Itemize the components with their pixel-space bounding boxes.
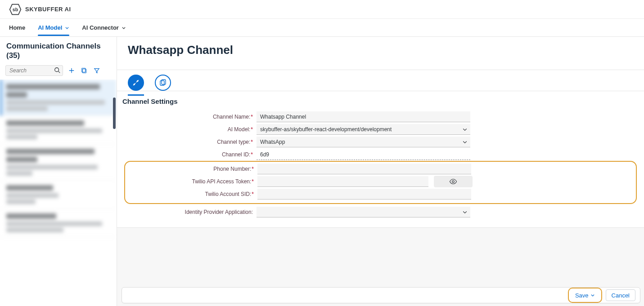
- row-ai-model: AI Model:*: [128, 123, 633, 136]
- cancel-button-label: Cancel: [612, 292, 630, 299]
- label-twilio-sid: Twilio Account SID:*: [129, 191, 255, 197]
- row-idp-app: Identity Provider Application:: [128, 206, 633, 218]
- nav-home[interactable]: Home: [9, 24, 25, 31]
- search-input-wrap: [5, 65, 63, 76]
- select-channel-type[interactable]: [257, 137, 470, 147]
- main-layout: Communication Channels (35): [0, 37, 644, 306]
- tab-secondary[interactable]: [155, 75, 171, 91]
- svg-line-3: [59, 71, 60, 73]
- row-channel-id: Channel ID:*: [128, 148, 633, 161]
- label-channel-id: Channel ID:*: [128, 151, 254, 158]
- svg-rect-7: [162, 80, 166, 84]
- chevron-down-icon: [122, 26, 126, 30]
- row-channel-type: Channel type:*: [128, 136, 633, 148]
- svg-point-8: [452, 181, 455, 183]
- sidebar: Communication Channels (35): [0, 37, 117, 306]
- input-twilio-sid[interactable]: [257, 189, 471, 200]
- highlight-twilio-fields: Phone Number:* Twilio API Access Token:*…: [124, 161, 637, 204]
- copy-button[interactable]: [80, 67, 88, 75]
- top-nav: Home AI Model AI Connector: [0, 19, 644, 37]
- label-ai-model: AI Model:*: [128, 126, 254, 133]
- nav-ai-connector-label: AI Connector: [82, 24, 119, 31]
- label-phone-number: Phone Number:*: [129, 166, 255, 172]
- filter-button[interactable]: [93, 67, 101, 75]
- brand-logo-icon: sb: [9, 3, 22, 16]
- input-twilio-token[interactable]: [257, 176, 428, 187]
- save-button[interactable]: Save: [570, 289, 600, 301]
- list-item[interactable]: [0, 116, 117, 144]
- chevron-down-icon: [590, 293, 595, 297]
- nav-ai-model[interactable]: AI Model: [38, 24, 69, 31]
- list-item[interactable]: [0, 144, 117, 181]
- select-idp-app[interactable]: [257, 207, 470, 217]
- label-channel-name: Channel Name:*: [128, 114, 254, 120]
- input-channel-id[interactable]: [257, 149, 470, 160]
- svg-rect-6: [160, 81, 164, 86]
- label-channel-type: Channel type:*: [128, 139, 254, 145]
- nav-home-label: Home: [9, 24, 25, 31]
- svg-text:sb: sb: [13, 6, 18, 12]
- label-idp-app: Identity Provider Application:: [128, 209, 254, 215]
- nav-ai-connector[interactable]: AI Connector: [82, 24, 126, 31]
- row-twilio-token: Twilio API Access Token:*: [129, 175, 632, 188]
- brand-name: SKYBUFFER AI: [25, 6, 71, 13]
- brand: sb SKYBUFFER AI: [9, 3, 71, 16]
- nav-ai-model-label: AI Model: [38, 24, 62, 31]
- select-ai-model[interactable]: [257, 124, 470, 135]
- eye-icon: [449, 177, 457, 186]
- cancel-button[interactable]: Cancel: [606, 289, 635, 301]
- tab-settings[interactable]: [128, 75, 144, 91]
- add-button[interactable]: [68, 67, 76, 75]
- sidebar-list[interactable]: [0, 80, 117, 306]
- chevron-down-icon: [65, 26, 69, 30]
- row-twilio-sid: Twilio Account SID:*: [129, 188, 632, 200]
- page-header: Whatsapp Channel: [117, 37, 644, 70]
- footer-bar: Save Cancel: [122, 287, 640, 303]
- svg-point-2: [55, 67, 59, 71]
- input-phone-number[interactable]: [257, 164, 471, 174]
- icon-tabs: [117, 70, 644, 91]
- sidebar-title: Communication Channels (35): [0, 37, 117, 63]
- app-header: sb SKYBUFFER AI: [0, 0, 644, 19]
- form: Channel Name:* AI Model:* Channel type:*…: [117, 109, 644, 228]
- search-icon: [54, 67, 60, 73]
- list-item[interactable]: [0, 181, 117, 209]
- list-item[interactable]: [0, 80, 117, 116]
- row-channel-name: Channel Name:*: [128, 111, 633, 123]
- save-button-label: Save: [575, 292, 589, 299]
- highlight-save: Save: [568, 288, 602, 303]
- main-panel: Whatsapp Channel Channel Settings Channe…: [117, 37, 644, 306]
- sidebar-toolbar: [0, 63, 117, 80]
- input-channel-name[interactable]: [257, 111, 470, 122]
- section-title: Channel Settings: [117, 91, 644, 109]
- reveal-token-button[interactable]: [434, 176, 473, 187]
- list-item[interactable]: [0, 209, 117, 237]
- label-twilio-token: Twilio API Access Token:*: [129, 178, 255, 185]
- page-title: Whatsapp Channel: [128, 43, 633, 57]
- row-phone-number: Phone Number:*: [129, 163, 632, 175]
